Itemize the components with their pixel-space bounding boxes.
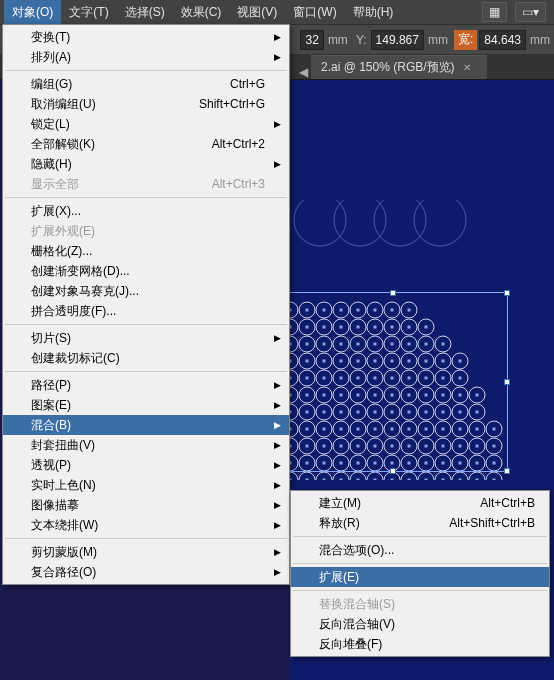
- close-icon[interactable]: ✕: [463, 62, 471, 73]
- menu-item-label: 扩展(X)...: [31, 203, 81, 220]
- menu-item-label: 变换(T): [31, 29, 70, 46]
- menu-shortcut: Alt+Ctrl+3: [212, 177, 265, 191]
- menu-item[interactable]: 栅格化(Z)...: [3, 241, 289, 261]
- svg-point-0: [294, 200, 346, 246]
- menu-item[interactable]: 路径(P)▶: [3, 375, 289, 395]
- menu-shortcut: Alt+Shift+Ctrl+B: [449, 516, 535, 530]
- menu-item-label: 隐藏(H): [31, 156, 72, 173]
- menu-item[interactable]: 切片(S)▶: [3, 328, 289, 348]
- menu-item[interactable]: 复合路径(O)▶: [3, 562, 289, 582]
- submenu-item[interactable]: 释放(R)Alt+Shift+Ctrl+B: [291, 513, 549, 533]
- submenu-item: 替换混合轴(S): [291, 594, 549, 614]
- menu-item[interactable]: 透视(P)▶: [3, 455, 289, 475]
- submenu-arrow-icon: ▶: [274, 547, 281, 557]
- svg-rect-235: [340, 479, 343, 481]
- menu-view[interactable]: 视图(V): [229, 0, 285, 24]
- menu-item-label: 文本绕排(W): [31, 517, 98, 534]
- submenu-item-label: 扩展(E): [319, 569, 359, 586]
- menu-item[interactable]: 实时上色(N)▶: [3, 475, 289, 495]
- selection-handle[interactable]: [390, 468, 396, 474]
- svg-rect-245: [425, 479, 428, 481]
- screen-mode-icon[interactable]: ▭▾: [515, 2, 546, 22]
- submenu-arrow-icon: ▶: [274, 119, 281, 129]
- menu-item[interactable]: 取消编组(U)Shift+Ctrl+G: [3, 94, 289, 114]
- submenu-arrow-icon: ▶: [274, 480, 281, 490]
- menu-help[interactable]: 帮助(H): [345, 0, 402, 24]
- submenu-arrow-icon: ▶: [274, 520, 281, 530]
- menu-item[interactable]: 创建对象马赛克(J)...: [3, 281, 289, 301]
- submenu-item[interactable]: 建立(M)Alt+Ctrl+B: [291, 493, 549, 513]
- menu-item-label: 创建裁切标记(C): [31, 350, 120, 367]
- submenu-item-label: 建立(M): [319, 495, 361, 512]
- menu-item-label: 编组(G): [31, 76, 72, 93]
- menu-item[interactable]: 全部解锁(K)Alt+Ctrl+2: [3, 134, 289, 154]
- submenu-item-label: 反向堆叠(F): [319, 636, 382, 653]
- menu-item-label: 排列(A): [31, 49, 71, 66]
- menu-item[interactable]: 锁定(L)▶: [3, 114, 289, 134]
- y-label: Y:: [356, 33, 367, 47]
- unit-label: mm: [328, 33, 348, 47]
- submenu-item[interactable]: 混合选项(O)...: [291, 540, 549, 560]
- menu-bar: 对象(O) 文字(T) 选择(S) 效果(C) 视图(V) 窗口(W) 帮助(H…: [0, 0, 554, 24]
- menu-item-label: 取消编组(U): [31, 96, 96, 113]
- selection-handle[interactable]: [504, 379, 510, 385]
- menu-item-label: 复合路径(O): [31, 564, 96, 581]
- menu-item-label: 栅格化(Z)...: [31, 243, 92, 260]
- blend-submenu: 建立(M)Alt+Ctrl+B释放(R)Alt+Shift+Ctrl+B混合选项…: [290, 490, 550, 657]
- menu-item[interactable]: 混合(B)▶: [3, 415, 289, 435]
- menu-select[interactable]: 选择(S): [117, 0, 173, 24]
- selection-handle[interactable]: [504, 468, 510, 474]
- menu-item[interactable]: 创建裁切标记(C): [3, 348, 289, 368]
- tab-prev-icon[interactable]: ◀: [295, 65, 311, 79]
- menu-item[interactable]: 隐藏(H)▶: [3, 154, 289, 174]
- menu-item[interactable]: 剪切蒙版(M)▶: [3, 542, 289, 562]
- menu-shortcut: Alt+Ctrl+B: [480, 496, 535, 510]
- menu-item[interactable]: 拼合透明度(F)...: [3, 301, 289, 321]
- menu-item[interactable]: 创建渐变网格(D)...: [3, 261, 289, 281]
- x-value[interactable]: 32: [300, 30, 324, 50]
- menu-window[interactable]: 窗口(W): [285, 0, 344, 24]
- submenu-item[interactable]: 反向堆叠(F): [291, 634, 549, 654]
- doc-tab[interactable]: 2.ai @ 150% (RGB/预览) ✕: [311, 55, 487, 79]
- menu-item[interactable]: 变换(T)▶: [3, 27, 289, 47]
- menu-item-label: 图像描摹: [31, 497, 79, 514]
- menu-object[interactable]: 对象(O): [4, 0, 61, 24]
- submenu-item[interactable]: 扩展(E): [291, 567, 549, 587]
- unit-label: mm: [530, 33, 550, 47]
- menu-item[interactable]: 排列(A)▶: [3, 47, 289, 67]
- selection-handle[interactable]: [390, 290, 396, 296]
- menu-item[interactable]: 编组(G)Ctrl+G: [3, 74, 289, 94]
- menu-item[interactable]: 扩展(X)...: [3, 201, 289, 221]
- selection-handle[interactable]: [504, 290, 510, 296]
- menu-item-label: 剪切蒙版(M): [31, 544, 97, 561]
- submenu-item[interactable]: 反向混合轴(V): [291, 614, 549, 634]
- menu-item-label: 混合(B): [31, 417, 71, 434]
- submenu-item-label: 释放(R): [319, 515, 360, 532]
- selection-bounds: [278, 292, 508, 472]
- svg-rect-249: [459, 479, 462, 481]
- menu-item[interactable]: 文本绕排(W)▶: [3, 515, 289, 535]
- menu-item-label: 切片(S): [31, 330, 71, 347]
- menu-type[interactable]: 文字(T): [61, 0, 116, 24]
- menu-shortcut: Alt+Ctrl+2: [212, 137, 265, 151]
- w-input[interactable]: 84.643: [479, 30, 526, 50]
- svg-rect-251: [476, 479, 479, 481]
- submenu-arrow-icon: ▶: [274, 460, 281, 470]
- submenu-arrow-icon: ▶: [274, 32, 281, 42]
- y-input[interactable]: 149.867: [371, 30, 424, 50]
- submenu-arrow-icon: ▶: [274, 400, 281, 410]
- menu-item-label: 封套扭曲(V): [31, 437, 95, 454]
- submenu-arrow-icon: ▶: [274, 333, 281, 343]
- unit-label: mm: [428, 33, 448, 47]
- submenu-arrow-icon: ▶: [274, 440, 281, 450]
- layout-icon[interactable]: ▦: [482, 2, 507, 22]
- svg-point-3: [414, 200, 466, 246]
- submenu-arrow-icon: ▶: [274, 159, 281, 169]
- svg-rect-233: [323, 479, 326, 481]
- svg-point-2: [374, 200, 426, 246]
- menu-item[interactable]: 封套扭曲(V)▶: [3, 435, 289, 455]
- menu-effect[interactable]: 效果(C): [173, 0, 230, 24]
- submenu-arrow-icon: ▶: [274, 52, 281, 62]
- menu-item[interactable]: 图案(E)▶: [3, 395, 289, 415]
- menu-item[interactable]: 图像描摹▶: [3, 495, 289, 515]
